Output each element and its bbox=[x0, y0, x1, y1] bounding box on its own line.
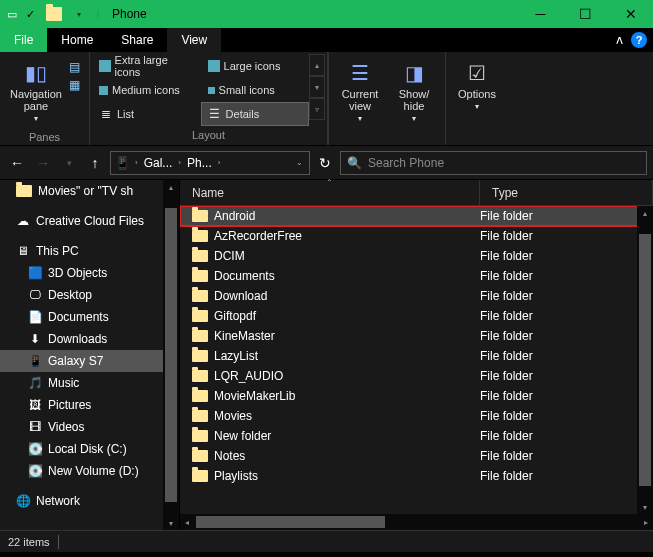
layout-expand[interactable]: ▿ bbox=[309, 98, 325, 120]
folder-icon bbox=[192, 250, 208, 262]
sidebar-item[interactable]: 🖥This PC bbox=[0, 240, 179, 262]
sidebar-item[interactable]: 🎵Music bbox=[0, 372, 179, 394]
show-hide-button[interactable]: ◨ Show/ hide ▾ bbox=[387, 56, 441, 127]
disk-icon: 💽 bbox=[28, 464, 42, 478]
file-type: File folder bbox=[480, 249, 653, 263]
layout-small[interactable]: Small icons bbox=[201, 78, 310, 102]
scroll-up-icon[interactable]: ▴ bbox=[637, 206, 653, 220]
file-type: File folder bbox=[480, 349, 653, 363]
sidebar-item[interactable]: 📱Galaxy S7 bbox=[0, 350, 179, 372]
panes-group-label: Panes bbox=[0, 131, 89, 145]
breadcrumb-seg[interactable]: Gal... bbox=[144, 156, 173, 170]
recent-dropdown[interactable]: ▾ bbox=[58, 152, 80, 174]
sort-ascending-icon: ⌃ bbox=[326, 178, 333, 187]
preview-pane-icon[interactable]: ▤ bbox=[68, 60, 82, 74]
file-name: New folder bbox=[214, 429, 271, 443]
options-button[interactable]: ☑ Options ▾ bbox=[450, 56, 504, 115]
layout-scroll-down[interactable]: ▾ bbox=[309, 76, 325, 98]
file-row[interactable]: New folderFile folder bbox=[180, 426, 653, 446]
sidebar-item[interactable]: 🟦3D Objects bbox=[0, 262, 179, 284]
close-button[interactable]: ✕ bbox=[608, 0, 653, 28]
sidebar-item[interactable]: 💽New Volume (D:) bbox=[0, 460, 179, 482]
file-row[interactable]: LQR_AUDIOFile folder bbox=[180, 366, 653, 386]
file-row[interactable]: KineMasterFile folder bbox=[180, 326, 653, 346]
address-dropdown-icon[interactable]: ⌄ bbox=[294, 158, 305, 167]
scroll-thumb[interactable] bbox=[196, 516, 385, 528]
file-row[interactable]: AndroidFile folder bbox=[180, 206, 653, 226]
tab-view[interactable]: View bbox=[167, 28, 221, 52]
current-view-button[interactable]: ☰ Current view ▾ bbox=[333, 56, 387, 127]
file-row[interactable]: DownloadFile folder bbox=[180, 286, 653, 306]
layout-extra-large[interactable]: Extra large icons bbox=[92, 54, 201, 78]
chevron-right-icon[interactable]: › bbox=[176, 158, 183, 167]
layout-details[interactable]: ☰Details bbox=[201, 102, 310, 126]
forward-button[interactable]: → bbox=[32, 152, 54, 174]
panes-icon: ▮▯ bbox=[22, 60, 50, 86]
navigation-pane-button[interactable]: ▮▯ Navigation pane ▾ bbox=[4, 56, 68, 127]
file-list-scrollbar[interactable]: ▴ ▾ bbox=[637, 206, 653, 514]
divider bbox=[58, 535, 59, 549]
file-type: File folder bbox=[480, 429, 653, 443]
horizontal-scrollbar[interactable]: ◂ ▸ bbox=[180, 514, 653, 530]
sidebar-item[interactable]: ☁Creative Cloud Files bbox=[0, 210, 179, 232]
file-type: File folder bbox=[480, 369, 653, 383]
search-box[interactable]: 🔍 Search Phone bbox=[340, 151, 647, 175]
sidebar-item[interactable]: 🌐Network bbox=[0, 490, 179, 512]
chevron-right-icon[interactable]: › bbox=[133, 158, 140, 167]
tab-file[interactable]: File bbox=[0, 28, 47, 52]
scroll-down-icon[interactable]: ▾ bbox=[163, 516, 179, 530]
maximize-button[interactable]: ☐ bbox=[563, 0, 608, 28]
sidebar-item[interactable]: ⬇Downloads bbox=[0, 328, 179, 350]
layout-medium[interactable]: Medium icons bbox=[92, 78, 201, 102]
scroll-up-icon[interactable]: ▴ bbox=[163, 180, 179, 194]
scroll-left-icon[interactable]: ◂ bbox=[180, 514, 194, 530]
scroll-thumb[interactable] bbox=[165, 208, 177, 502]
up-button[interactable]: ↑ bbox=[84, 152, 106, 174]
address-bar[interactable]: 📱 › Gal... › Ph... › ⌄ bbox=[110, 151, 310, 175]
sidebar-item[interactable]: 🖼Pictures bbox=[0, 394, 179, 416]
scroll-down-icon[interactable]: ▾ bbox=[637, 500, 653, 514]
file-name: Documents bbox=[214, 269, 275, 283]
layout-scroll-up[interactable]: ▴ bbox=[309, 54, 325, 76]
column-header-name[interactable]: ⌃ Name bbox=[180, 180, 480, 205]
tab-home[interactable]: Home bbox=[47, 28, 107, 52]
collapse-ribbon-icon[interactable]: ʌ bbox=[616, 33, 623, 47]
sidebar-item[interactable]: 📄Documents bbox=[0, 306, 179, 328]
details-pane-icon[interactable]: ▦ bbox=[68, 78, 82, 92]
folder-icon bbox=[192, 290, 208, 302]
layout-list[interactable]: ≣List bbox=[92, 102, 201, 126]
file-row[interactable]: LazyListFile folder bbox=[180, 346, 653, 366]
dl-icon: ⬇ bbox=[28, 332, 42, 346]
sidebar-item[interactable]: 💽Local Disk (C:) bbox=[0, 438, 179, 460]
folder-icon bbox=[192, 210, 208, 222]
file-name: MovieMakerLib bbox=[214, 389, 295, 403]
qat-save-icon[interactable]: ✓ bbox=[22, 6, 38, 22]
sidebar-item-pinned[interactable]: Movies" or "TV sh📌 bbox=[0, 180, 179, 202]
qat-dropdown-icon[interactable]: ▾ bbox=[70, 10, 88, 19]
back-button[interactable]: ← bbox=[6, 152, 28, 174]
sidebar-scrollbar[interactable]: ▴ ▾ bbox=[163, 180, 179, 530]
tab-share[interactable]: Share bbox=[107, 28, 167, 52]
file-row[interactable]: GiftopdfFile folder bbox=[180, 306, 653, 326]
file-row[interactable]: MovieMakerLibFile folder bbox=[180, 386, 653, 406]
minimize-button[interactable]: ─ bbox=[518, 0, 563, 28]
scroll-right-icon[interactable]: ▸ bbox=[639, 514, 653, 530]
file-row[interactable]: PlaylistsFile folder bbox=[180, 466, 653, 486]
file-row[interactable]: AzRecorderFreeFile folder bbox=[180, 226, 653, 246]
help-icon[interactable]: ? bbox=[631, 32, 647, 48]
sidebar-item[interactable]: 🎞Videos bbox=[0, 416, 179, 438]
ribbon: ▮▯ Navigation pane ▾ ▤ ▦ Panes Extra lar… bbox=[0, 52, 653, 146]
scroll-thumb[interactable] bbox=[639, 234, 651, 486]
system-menu-icon[interactable]: ▭ bbox=[4, 6, 20, 22]
sidebar-item[interactable]: 🖵Desktop bbox=[0, 284, 179, 306]
file-row[interactable]: NotesFile folder bbox=[180, 446, 653, 466]
file-row[interactable]: MoviesFile folder bbox=[180, 406, 653, 426]
breadcrumb-seg[interactable]: Ph... bbox=[187, 156, 212, 170]
column-header-type[interactable]: Type bbox=[480, 180, 653, 205]
refresh-button[interactable]: ↻ bbox=[314, 152, 336, 174]
layout-large[interactable]: Large icons bbox=[201, 54, 310, 78]
file-row[interactable]: DCIMFile folder bbox=[180, 246, 653, 266]
folder-icon bbox=[192, 270, 208, 282]
file-row[interactable]: DocumentsFile folder bbox=[180, 266, 653, 286]
chevron-right-icon[interactable]: › bbox=[216, 158, 223, 167]
